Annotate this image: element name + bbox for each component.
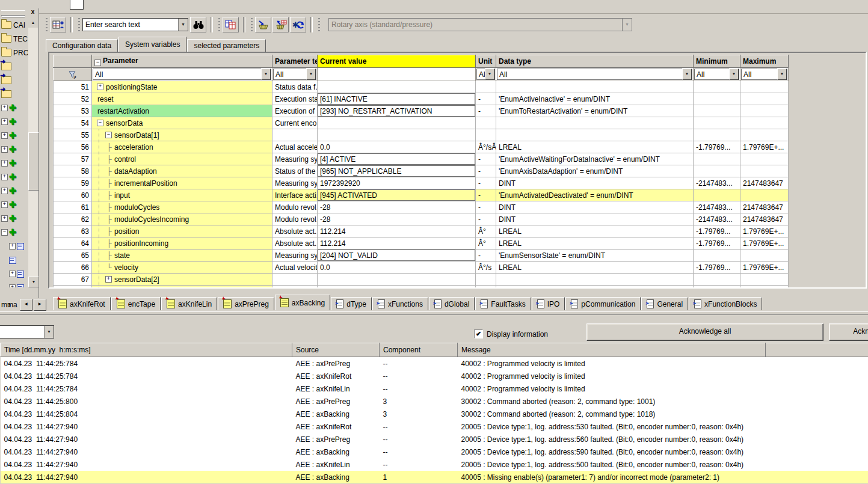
log-row[interactable]: 04.04.23 11:44:27:940AEE : axKnifeRot--2… xyxy=(1,420,868,433)
expand-icon[interactable]: + xyxy=(1,174,8,180)
maximum-cell[interactable] xyxy=(740,117,789,129)
data-type-cell[interactable]: 'EnumToRestartActivation' = enum/DINT xyxy=(496,105,694,117)
expand-icon[interactable]: + xyxy=(97,84,103,90)
tree-item[interactable]: +✚ xyxy=(0,212,28,225)
maximum-cell[interactable] xyxy=(740,93,789,105)
parameter-text-cell[interactable]: Measuring sy... xyxy=(272,250,318,262)
parameter-cell[interactable]: ├moduloCycles xyxy=(92,201,272,213)
minimum-cell[interactable] xyxy=(694,129,740,141)
sheet-tab-FaultTasks[interactable]: FaultTasks xyxy=(475,297,531,310)
parameter-cell[interactable]: ├input xyxy=(92,189,272,201)
filter-data-type[interactable]: All▼ xyxy=(496,68,694,81)
maximum-cell[interactable] xyxy=(740,286,789,289)
maximum-cell[interactable] xyxy=(740,81,789,93)
expand-icon[interactable]: + xyxy=(9,243,16,250)
sheet-tab-xFunctions[interactable]: xFunctions xyxy=(372,297,428,310)
parameter-text-cell[interactable]: Absolute act... xyxy=(272,237,318,250)
header-data-type[interactable]: Data type xyxy=(496,55,694,68)
unit-cell[interactable]: - xyxy=(476,105,496,117)
log-row[interactable]: 04.04.23 11:44:25:800AEE : axPrePreg3300… xyxy=(1,395,868,408)
maximum-cell[interactable]: 2147483647 xyxy=(740,213,789,225)
maximum-cell[interactable] xyxy=(740,189,789,201)
search-input[interactable]: Enter search text xyxy=(83,20,178,29)
maximum-cell[interactable]: 1.79769E+... xyxy=(740,262,789,274)
param-row[interactable]: 57├controlMeasuring sy...[4] ACTIVE-'Enu… xyxy=(54,153,789,165)
tree-item[interactable]: TEC xyxy=(0,32,28,46)
header-unit[interactable]: Unit xyxy=(476,55,496,68)
parameter-text-cell[interactable]: Interface acti... xyxy=(272,189,318,201)
parameter-text-cell[interactable]: Modulo revol... xyxy=(272,201,318,213)
tree-item[interactable]: +✚ xyxy=(0,129,28,142)
maximum-cell[interactable] xyxy=(740,129,789,141)
log-header-component[interactable]: Component xyxy=(380,343,458,357)
parameter-cell[interactable]: +positioningState xyxy=(92,81,272,93)
row-number-cell[interactable]: 61 xyxy=(54,201,92,213)
param-row[interactable]: 53restartActivationExecution of ...[293]… xyxy=(54,105,789,117)
expand-icon[interactable]: + xyxy=(9,271,16,277)
toolbar-grip[interactable] xyxy=(46,18,48,31)
param-row[interactable]: 64├positionIncomingAbsolute act...112.21… xyxy=(54,237,789,250)
row-number-cell[interactable]: 60 xyxy=(54,189,92,201)
row-number-cell[interactable]: 67 xyxy=(54,274,92,286)
row-number-cell[interactable]: 56 xyxy=(54,141,92,153)
log-filter-combobox[interactable]: ▼ xyxy=(0,325,54,338)
maximum-cell[interactable] xyxy=(740,274,789,286)
tree-item[interactable]: +✚ xyxy=(0,142,28,156)
unit-cell[interactable]: - xyxy=(476,201,496,213)
row-number-cell[interactable]: 63 xyxy=(54,225,92,237)
parameter-cell[interactable]: +sensorData[2] xyxy=(92,274,272,286)
collapse-all-icon[interactable]: − xyxy=(94,60,101,66)
header-parameter[interactable]: −Parameter xyxy=(92,55,272,68)
sheet-tab-dType[interactable]: dType xyxy=(331,297,372,310)
param-row[interactable]: 58├dataAdaptionStatus of the ...[965] NO… xyxy=(54,165,789,177)
row-number-cell[interactable]: 58 xyxy=(54,165,92,177)
minimum-cell[interactable] xyxy=(694,117,740,129)
unit-cell[interactable] xyxy=(476,129,496,141)
chevron-down-icon[interactable]: ▼ xyxy=(729,69,739,80)
current-value-cell[interactable]: 112.214 xyxy=(318,237,476,250)
filter-corner[interactable]: ✗ xyxy=(54,68,92,81)
log-row[interactable]: 04.04.23 11:44:27:940AEE : axBacking1400… xyxy=(1,471,868,483)
tree-item[interactable]: + xyxy=(0,267,28,281)
display-information-checkbox[interactable]: ✔ Display information xyxy=(474,329,548,338)
header-current-value[interactable]: Current value xyxy=(318,55,476,68)
row-number-cell[interactable]: 62 xyxy=(54,213,92,225)
panel-grip[interactable]: x xyxy=(0,8,38,17)
expand-icon[interactable]: + xyxy=(1,160,8,167)
tree-item[interactable]: +✚ xyxy=(0,170,28,184)
unit-cell[interactable]: Â°/sÂ xyxy=(476,141,496,153)
tree-item[interactable] xyxy=(0,253,28,267)
sheet-tab-IPO[interactable]: IPO xyxy=(532,297,565,310)
minimum-cell[interactable] xyxy=(694,250,740,262)
data-type-cell[interactable]: DINT xyxy=(496,177,694,189)
row-number-cell[interactable]: 51 xyxy=(54,81,92,93)
parameter-cell[interactable]: reset xyxy=(92,93,272,105)
log-row[interactable]: 04.04.23 11:44:25:784AEE : axKnifeRot--4… xyxy=(1,370,868,382)
header-maximum[interactable]: Maximum xyxy=(740,55,789,68)
log-row[interactable]: 04.04.23 11:44:25:784AEE : axKnifeLin--4… xyxy=(1,382,868,395)
row-number-cell[interactable]: 53 xyxy=(54,105,92,117)
data-type-cell[interactable]: 'EnumActiveInactive' = enum/DINT xyxy=(496,93,694,105)
partial-toolbar-widget[interactable] xyxy=(70,0,84,10)
parameter-cell[interactable]: ├moduloCyclesIncoming xyxy=(92,213,272,225)
param-row[interactable]: 59├incrementalPositionMeasuring sy...197… xyxy=(54,177,789,189)
param-row[interactable] xyxy=(54,286,789,289)
chevron-down-icon[interactable]: ▼ xyxy=(682,69,692,80)
current-value-cell[interactable]: 0.0 xyxy=(318,262,476,274)
expand-icon[interactable]: + xyxy=(1,132,8,139)
scroll-down-icon[interactable]: ▼ xyxy=(28,277,39,287)
row-number-cell[interactable] xyxy=(54,286,92,289)
expand-icon[interactable]: + xyxy=(1,188,8,194)
synchronize-button[interactable]: ✱ xyxy=(290,17,306,32)
current-value-cell[interactable]: -28 xyxy=(318,213,476,225)
tree-item[interactable]: + xyxy=(0,239,28,253)
maximum-cell[interactable]: 1.79769E+... xyxy=(740,225,789,237)
data-type-cell[interactable] xyxy=(496,286,694,289)
unit-cell[interactable]: - xyxy=(476,177,496,189)
current-value-cell[interactable]: [965] NOT_APPLICABLE xyxy=(318,165,476,177)
unit-cell[interactable]: - xyxy=(476,153,496,165)
data-type-cell[interactable] xyxy=(496,129,694,141)
data-type-cell[interactable]: 'EnumAxisDataAdaption' = enum/DINT xyxy=(496,165,694,177)
filter-parameter-text[interactable]: All▼ xyxy=(272,68,318,81)
close-icon[interactable]: x xyxy=(29,8,37,16)
